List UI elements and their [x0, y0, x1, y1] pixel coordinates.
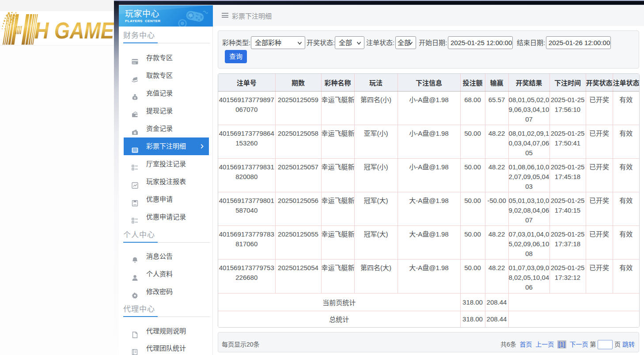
svg-text:H GAME: H GAME: [34, 18, 114, 43]
